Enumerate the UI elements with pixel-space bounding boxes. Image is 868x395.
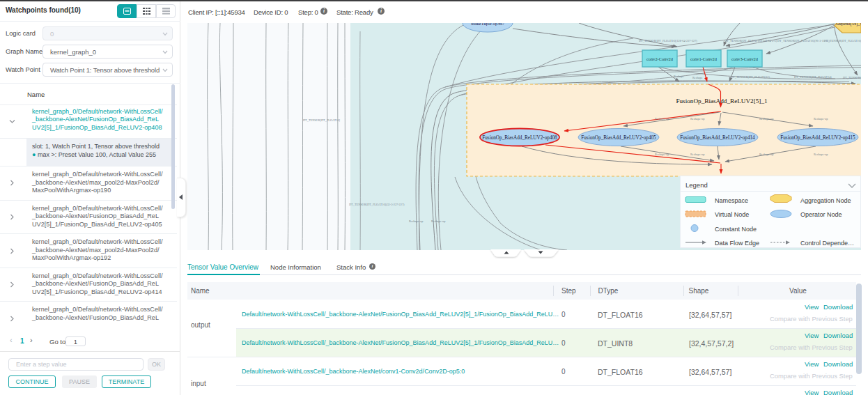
svg-text:Control Depende…: Control Depende… xyxy=(800,240,854,247)
svg-text:conv2-Conv2d: conv2-Conv2d xyxy=(646,56,674,61)
svg-text:DT_TENSOR[DT_FLOAT](12): DT_TENSOR[DT_FLOAT](12) xyxy=(731,75,770,79)
svg-text:DT_TENSOR[DT_FLOAT](4): DT_TENSOR[DT_FLOAT](4) xyxy=(794,75,832,79)
svg-text:Virtual Node: Virtual Node xyxy=(715,211,749,218)
svg-text:conv1-Conv2d: conv1-Conv2d xyxy=(690,56,718,61)
svg-text:FusionOp_BiasAdd_ReLUV2-op415: FusionOp_BiasAdd_ReLUV2-op415 xyxy=(780,135,855,141)
svg-text:FusionOp_BiasAdd_ReLUV2-op408: FusionOp_BiasAdd_ReLUV2-op408 xyxy=(482,135,557,141)
svg-text:conv3-Conv2d: conv3-Conv2d xyxy=(731,56,759,61)
svg-text:DT_TENSOR[DT_FLOAT16]: DT_TENSOR[DT_FLOAT16] xyxy=(303,118,341,122)
svg-text:Reshape-op: Reshape-op xyxy=(759,153,773,156)
svg-text:Reshape-op: Reshape-op xyxy=(814,117,828,121)
svg-text:DT_TENSOR[DT_FLOAT16](96-3-11-: DT_TENSOR[DT_FLOAT16](96-3-11-11) xyxy=(777,39,830,42)
svg-text:FusionOp_BiasAdd_ReLUV2-op405: FusionOp_BiasAdd_ReLUV2-op405 xyxy=(581,135,656,141)
svg-text:DT_TENSOR[DT_FLOAT16](42-11-11: DT_TENSOR[DT_FLOAT16](42-11-11) xyxy=(824,39,861,42)
svg-text:Reshape: Reshape xyxy=(674,75,684,78)
svg-text:Reshape: Reshape xyxy=(692,76,703,79)
svg-text:DT_TENSOR[DT_FLOAT16](32-3-227: DT_TENSOR[DT_FLOAT16](32-3-227-227) xyxy=(349,203,405,206)
svg-text:FusionOp_BiasAdd_ReLUV2[5]_1: FusionOp_BiasAdd_ReLUV2[5]_1 xyxy=(676,98,768,104)
svg-text:Reshape-op: Reshape-op xyxy=(690,153,704,156)
svg-text:Constant Node: Constant Node xyxy=(715,226,757,233)
svg-text:Reshape-op: Reshape-op xyxy=(655,153,669,156)
svg-text:Data Flow Edge: Data Flow Edge xyxy=(715,240,759,247)
svg-text:Reshape-op: Reshape-op xyxy=(655,117,669,121)
svg-text:Reshape-op: Reshape-op xyxy=(431,219,445,223)
svg-text:DT_TENSOR[DT_FLOAT16](128-64-2: DT_TENSOR[DT_FLOAT16](128-64-227-227) xyxy=(639,39,697,42)
svg-text:DT_TENSOR[DT_FLOAT16](128-64-5: DT_TENSOR[DT_FLOAT16](128-64-5-5) xyxy=(724,39,777,42)
svg-text:Reshape-op: Reshape-op xyxy=(814,153,828,156)
svg-text:Reshape-op: Reshape-op xyxy=(690,117,704,121)
svg-text:DT_TENSOR[DT]: DT_TENSOR[DT] xyxy=(843,76,861,79)
svg-text:Operator Node: Operator Node xyxy=(800,211,842,218)
svg-text:Reshape-op: Reshape-op xyxy=(409,219,423,223)
svg-text:FusionOp_BiasAdd_ReLUV2-op414: FusionOp_BiasAdd_ReLUV2-op414 xyxy=(680,135,755,141)
svg-text:Aggregation Node: Aggregation Node xyxy=(800,197,851,204)
svg-text:Namespace: Namespace xyxy=(715,197,748,204)
svg-text:MakeTuple-op397: MakeTuple-op397 xyxy=(471,23,505,26)
svg-text:Reshape-op: Reshape-op xyxy=(759,117,773,121)
